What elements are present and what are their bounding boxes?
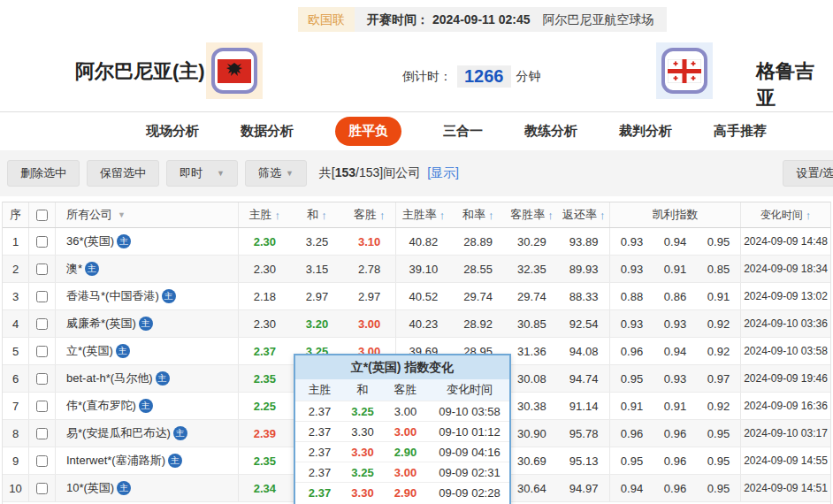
- company-name: 立*(英国): [66, 343, 113, 359]
- company-cell[interactable]: 易*(安提瓜和巴布达)主: [56, 420, 239, 447]
- row-checkbox[interactable]: [36, 236, 48, 248]
- row-checkbox[interactable]: [36, 373, 48, 385]
- kelly-value: 0.93: [653, 372, 697, 386]
- company-cell[interactable]: 立*(英国)主: [56, 338, 239, 364]
- home-rate-cell: 39.10: [396, 256, 451, 282]
- countdown-value: 1266: [457, 65, 511, 88]
- col-header-draw-rate[interactable]: 和率↑: [451, 202, 506, 227]
- row-checkbox[interactable]: [36, 318, 48, 330]
- company-cell[interactable]: bet-at-h*(马尔他)主: [56, 365, 239, 392]
- rates-group: 40.2328.9230.8592.54: [396, 310, 610, 337]
- show-link[interactable]: [显示]: [427, 165, 459, 179]
- row-checkbox[interactable]: [36, 291, 48, 302]
- col-header-company[interactable]: 所有公司 ▼: [56, 202, 239, 227]
- col-header-draw-odds[interactable]: 和↑: [291, 202, 344, 227]
- tab-data-analysis[interactable]: 数据分析: [241, 123, 294, 140]
- row-checkbox-cell[interactable]: [29, 256, 56, 282]
- popup-header-row: 主胜 和 客胜 变化时间: [295, 379, 509, 401]
- popup-away-odds: 2.90: [381, 486, 430, 500]
- tab-coach-analysis[interactable]: 教练分析: [524, 123, 577, 140]
- row-checkbox-cell[interactable]: [29, 393, 56, 419]
- col-header-payout-rate[interactable]: 返还率↑: [558, 202, 609, 227]
- filter-dropdown[interactable]: 筛选 ▼: [245, 160, 307, 187]
- payout-rate-cell: 89.93: [558, 256, 609, 282]
- countdown-unit: 分钟: [516, 69, 541, 85]
- chevron-down-icon: ▼: [217, 161, 225, 186]
- kelly-value: 0.86: [653, 290, 697, 303]
- row-checkbox-cell[interactable]: [29, 228, 56, 255]
- popup-draw-odds: 3.25: [344, 466, 381, 479]
- row-checkbox[interactable]: [36, 455, 48, 467]
- row-checkbox-cell[interactable]: [29, 283, 56, 309]
- company-cell[interactable]: 澳*主: [56, 256, 239, 282]
- select-all-checkbox[interactable]: [36, 210, 48, 221]
- kelly-value: 0.95: [697, 427, 740, 440]
- kelly-value: 0.92: [697, 317, 740, 331]
- sort-asc-icon: ↑: [488, 209, 494, 222]
- away-rate-cell: 31.36: [506, 338, 559, 364]
- row-checkbox[interactable]: [36, 346, 48, 357]
- popup-body: 2.373.253.0009-10 03:582.373.303.0009-10…: [295, 401, 509, 502]
- change-time-cell: 2024-09-10 03:17: [741, 420, 830, 447]
- kelly-value: 0.91: [610, 400, 653, 413]
- row-checkbox[interactable]: [36, 428, 48, 439]
- row-checkbox-cell[interactable]: [29, 338, 56, 364]
- row-index: 6: [3, 365, 29, 392]
- settings-button[interactable]: 设置/选: [783, 160, 833, 187]
- col-header-home-rate[interactable]: 主胜率↑: [396, 202, 451, 227]
- kelly-value: 0.95: [610, 454, 653, 468]
- payout-rate-cell: 94.08: [558, 338, 609, 364]
- col-header-change-time[interactable]: 变化时间↑: [741, 202, 830, 227]
- row-checkbox[interactable]: [36, 263, 48, 275]
- tab-win-draw-lose[interactable]: 胜平负: [335, 117, 401, 146]
- popup-change-time: 09-09 04:16: [430, 446, 509, 459]
- col-header-away-odds[interactable]: 客胜↑: [343, 202, 395, 227]
- kelly-value: 0.94: [653, 345, 697, 358]
- col-header-home-odds[interactable]: 主胜↑: [239, 202, 291, 227]
- countdown: 倒计时： 1266 分钟: [402, 65, 541, 88]
- draw-odds-cell: 2.97: [291, 283, 344, 309]
- away-rate-cell: 30.38: [506, 393, 559, 419]
- company-cell[interactable]: 10*(英国)主: [56, 475, 239, 501]
- away-rate-cell: 30.85: [506, 310, 559, 337]
- payout-rate-cell: 95.13: [558, 447, 609, 474]
- tab-expert-recommend[interactable]: 高手推荐: [714, 123, 767, 140]
- tab-live-analysis[interactable]: 现场分析: [146, 123, 199, 140]
- georgia-flag-icon: [661, 48, 707, 94]
- instant-dropdown[interactable]: 即时 ▼: [166, 160, 238, 187]
- dropdown-icon: ▼: [118, 210, 126, 219]
- albania-flag-icon: [211, 48, 257, 94]
- tab-three-in-one[interactable]: 三合一: [443, 123, 483, 140]
- row-checkbox-cell[interactable]: [29, 310, 56, 337]
- row-checkbox-cell[interactable]: [29, 365, 56, 392]
- row-index: 5: [3, 338, 29, 364]
- payout-rate-cell: 88.33: [558, 283, 609, 309]
- company-cell[interactable]: 36*(英国)主: [56, 228, 239, 255]
- col-header-checkbox[interactable]: [29, 202, 56, 227]
- row-checkbox-cell[interactable]: [29, 420, 56, 447]
- row-checkbox-cell[interactable]: [29, 447, 56, 474]
- company-cell[interactable]: Interwet*(塞浦路斯)主: [56, 447, 239, 474]
- row-checkbox[interactable]: [36, 483, 48, 494]
- row-checkbox-cell[interactable]: [29, 475, 56, 501]
- away-rate-cell: 30.08: [506, 365, 559, 392]
- keep-selected-button[interactable]: 保留选中: [87, 160, 159, 187]
- row-checkbox[interactable]: [36, 401, 48, 412]
- delete-selected-button[interactable]: 删除选中: [7, 160, 80, 187]
- company-cell[interactable]: 威廉希*(英国)主: [56, 310, 239, 337]
- tab-referee-analysis[interactable]: 裁判分析: [619, 123, 672, 140]
- table-row: 4威廉希*(英国)主2.303.203.0040.2328.9230.8592.…: [3, 310, 830, 338]
- primary-company-icon: 主: [117, 234, 131, 248]
- company-name: Interwet*(塞浦路斯): [66, 453, 165, 469]
- popup-away-odds: 3.00: [381, 425, 430, 439]
- popup-home-odds: 2.37: [295, 405, 344, 418]
- sort-asc-icon: ↑: [547, 209, 554, 222]
- popup-row: 2.373.303.0009-10 01:12: [295, 421, 509, 441]
- home-odds-cell: 2.18: [239, 283, 291, 309]
- rates-group: 39.1028.5532.3589.93: [396, 256, 610, 282]
- primary-company-icon: 主: [85, 262, 99, 276]
- company-cell[interactable]: 伟*(直布罗陀)主: [56, 393, 239, 419]
- company-cell[interactable]: 香港马*(中国香港)主: [56, 283, 239, 309]
- col-header-away-rate[interactable]: 客胜率↑: [506, 202, 559, 227]
- sort-asc-icon: ↑: [439, 209, 446, 222]
